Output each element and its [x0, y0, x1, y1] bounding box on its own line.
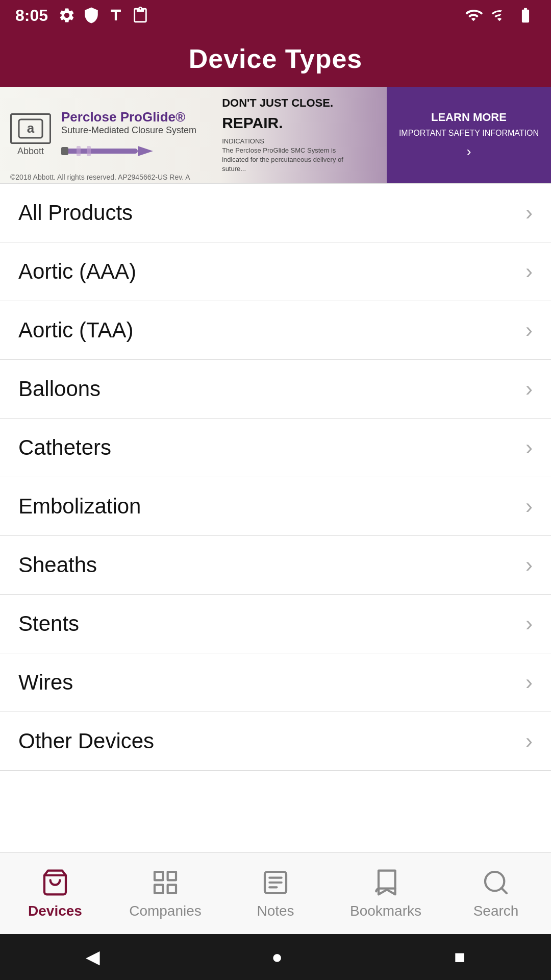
- chevron-right-icon: ›: [525, 494, 533, 519]
- chevron-right-icon: ›: [525, 670, 533, 695]
- nav-label-search: Search: [473, 903, 519, 919]
- list-item-text: Aortic (AAA): [18, 259, 136, 284]
- devices-icon: [41, 868, 69, 899]
- clipboard-icon: [132, 7, 149, 24]
- signal-icon: [491, 7, 508, 24]
- list-item[interactable]: Embolization ›: [0, 477, 551, 536]
- list-item-text: Balloons: [18, 377, 101, 401]
- settings-icon: [58, 7, 76, 24]
- list-scroll[interactable]: All Products › Aortic (AAA) › Aortic (TA…: [0, 184, 551, 852]
- nav-item-bookmarks[interactable]: Bookmarks: [331, 860, 441, 927]
- ad-arrow-icon: ›: [466, 143, 471, 160]
- svg-rect-8: [155, 872, 163, 880]
- ad-product-info: Perclose ProGlide® Suture-Mediated Closu…: [61, 109, 196, 161]
- svg-rect-6: [61, 147, 68, 155]
- ad-logo: a Abbott: [10, 113, 51, 157]
- status-time: 8:05: [15, 6, 48, 25]
- list-item-text: Embolization: [18, 494, 141, 519]
- list-item-text: Other Devices: [18, 729, 154, 753]
- bookmarks-icon: [371, 868, 400, 899]
- list-item-text: Catheters: [18, 435, 111, 460]
- svg-rect-11: [168, 885, 176, 893]
- svg-marker-3: [138, 146, 153, 156]
- list-item[interactable]: Aortic (AAA) ›: [0, 242, 551, 301]
- status-icons: [58, 7, 149, 24]
- page-title: Device Types: [189, 43, 363, 74]
- list-item[interactable]: Stents ›: [0, 595, 551, 653]
- list-item-text: Aortic (TAA): [18, 318, 134, 342]
- svg-text:a: a: [27, 120, 35, 136]
- ad-left: a Abbott Perclose ProGlide® Suture-Media…: [0, 99, 207, 172]
- nav-item-search[interactable]: Search: [441, 860, 551, 927]
- nav-item-devices[interactable]: Devices: [0, 860, 110, 927]
- chevron-right-icon: ›: [525, 259, 533, 284]
- companies-icon: [151, 868, 180, 899]
- chevron-right-icon: ›: [525, 553, 533, 577]
- nav-label-devices: Devices: [28, 903, 82, 919]
- list-item[interactable]: Catheters ›: [0, 419, 551, 477]
- chevron-right-icon: ›: [525, 318, 533, 342]
- list-item-text: All Products: [18, 201, 133, 225]
- svg-rect-10: [155, 885, 163, 893]
- list-item[interactable]: All Products ›: [0, 184, 551, 242]
- wifi-icon: [463, 7, 484, 24]
- ad-learn-more-text: LEARN MOREIMPORTANT SAFETY INFORMATION: [399, 110, 539, 139]
- list-item[interactable]: Sheaths ›: [0, 536, 551, 595]
- list-item-text: Wires: [18, 670, 73, 695]
- ad-middle: DON'T JUST CLOSE. REPAIR. INDICATIONS Th…: [207, 87, 387, 184]
- ad-logo-box: a: [10, 113, 51, 144]
- svg-rect-4: [77, 146, 81, 156]
- shield-icon: [83, 7, 100, 24]
- ad-slogan2: REPAIR.: [222, 113, 344, 133]
- device-types-list: All Products › Aortic (AAA) › Aortic (TA…: [0, 184, 551, 852]
- ad-brand: Abbott: [17, 146, 44, 157]
- ad-disclaimer: ©2018 Abbott. All rights reserved. AP294…: [10, 173, 190, 181]
- system-navigation: ◀ ● ■: [0, 934, 551, 980]
- text-icon: [107, 7, 124, 24]
- battery-icon: [515, 7, 536, 24]
- status-right-icons: [463, 7, 536, 24]
- ad-cta[interactable]: LEARN MOREIMPORTANT SAFETY INFORMATION ›: [387, 87, 551, 183]
- list-item-text: Stents: [18, 611, 79, 636]
- svg-line-17: [502, 888, 507, 893]
- list-item[interactable]: Balloons ›: [0, 360, 551, 419]
- ad-banner[interactable]: a Abbott Perclose ProGlide® Suture-Media…: [0, 87, 551, 184]
- svg-rect-5: [87, 146, 91, 156]
- ad-product-name: Perclose ProGlide®: [61, 109, 196, 125]
- chevron-right-icon: ›: [525, 729, 533, 753]
- page-header: Device Types: [0, 31, 551, 87]
- home-button[interactable]: ●: [271, 946, 283, 968]
- chevron-right-icon: ›: [525, 611, 533, 636]
- bottom-navigation: Devices Companies Notes: [0, 852, 551, 934]
- nav-item-companies[interactable]: Companies: [110, 860, 220, 927]
- notes-icon: [261, 868, 290, 899]
- list-item[interactable]: Wires ›: [0, 653, 551, 712]
- chevron-right-icon: ›: [525, 201, 533, 225]
- status-bar: 8:05: [0, 0, 551, 31]
- list-item-text: Sheaths: [18, 553, 97, 577]
- chevron-right-icon: ›: [525, 435, 533, 460]
- nav-item-notes[interactable]: Notes: [220, 860, 331, 927]
- abbott-logo-icon: a: [18, 118, 43, 139]
- syringe-icon: [61, 141, 163, 161]
- recents-button[interactable]: ■: [454, 946, 465, 968]
- list-item[interactable]: Other Devices ›: [0, 712, 551, 771]
- chevron-right-icon: ›: [525, 377, 533, 401]
- back-button[interactable]: ◀: [86, 946, 100, 968]
- nav-label-notes: Notes: [257, 903, 294, 919]
- svg-rect-9: [168, 872, 176, 880]
- list-item[interactable]: Aortic (TAA) ›: [0, 301, 551, 360]
- ad-slogan1: DON'T JUST CLOSE.: [222, 96, 344, 111]
- nav-label-companies: Companies: [129, 903, 202, 919]
- ad-product-subtitle: Suture-Mediated Closure System: [61, 125, 196, 136]
- search-icon: [482, 868, 510, 899]
- nav-label-bookmarks: Bookmarks: [350, 903, 421, 919]
